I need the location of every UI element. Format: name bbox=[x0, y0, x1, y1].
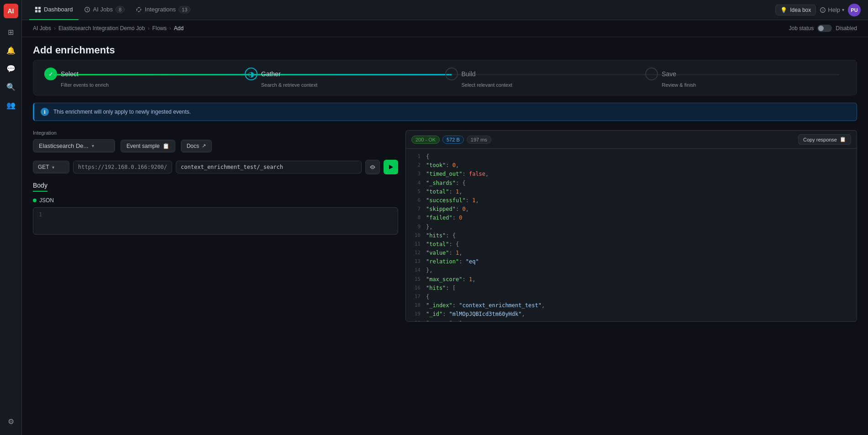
integration-row: Elasticsearch De... ▾ Event sample 📋 Doc… bbox=[33, 139, 398, 152]
response-line: 16 "hits": [ bbox=[411, 284, 851, 293]
step-save-title: Save bbox=[662, 70, 676, 78]
body-editor[interactable]: 1 bbox=[33, 207, 398, 235]
step-select-icon: ✓ bbox=[44, 68, 57, 80]
response-line: 20 "_score": 1, bbox=[411, 319, 851, 321]
integration-select[interactable]: Elasticsearch De... ▾ bbox=[33, 139, 115, 152]
page-content: AI Jobs › Elasticsearch Integration Demo… bbox=[22, 20, 868, 435]
response-size-badge: 572 B bbox=[442, 136, 464, 144]
response-line: 5 "total": 1, bbox=[411, 188, 851, 196]
step-build-icon bbox=[445, 68, 458, 80]
response-line: 19 "_id": "mlMOpJQBIcd3tm60yHdk", bbox=[411, 310, 851, 319]
step-gather: ◑ Gather Search & retrieve context bbox=[245, 68, 445, 88]
body-title: Body bbox=[33, 182, 47, 192]
status-badges: 200 - OK 572 B 197 ms bbox=[411, 136, 491, 144]
run-button[interactable] bbox=[384, 160, 398, 174]
response-line: 17 { bbox=[411, 293, 851, 301]
nav-ai-jobs[interactable]: AI Jobs 8 bbox=[79, 0, 130, 20]
copy-response-button[interactable]: Copy response 📋 bbox=[798, 134, 851, 145]
chat-icon[interactable]: 💬 bbox=[3, 60, 19, 77]
response-line: 9 }, bbox=[411, 223, 851, 231]
search-icon[interactable]: 🔍 bbox=[3, 79, 19, 95]
response-line: 8 "failed": 0 bbox=[411, 214, 851, 222]
docs-button[interactable]: Docs ↗ bbox=[181, 140, 212, 152]
info-banner: ℹ This enrichment will only apply to new… bbox=[33, 103, 857, 121]
topnav-right: 💡 Idea box ? Help ▾ PU bbox=[775, 4, 861, 16]
response-time-badge: 197 ms bbox=[467, 136, 491, 144]
response-line: 3 "timed_out": false, bbox=[411, 170, 851, 178]
stepper-container: ✓ Select Filter events to enrich ◑ Gathe… bbox=[33, 60, 857, 95]
people-icon[interactable]: 👥 bbox=[3, 97, 19, 113]
nav-integrations[interactable]: Integrations 13 bbox=[130, 0, 196, 20]
integration-label: Integration bbox=[33, 130, 398, 136]
svg-text:?: ? bbox=[822, 8, 824, 12]
response-body: 1{2 "took": 0,3 "timed_out": false,4 "_s… bbox=[406, 149, 857, 321]
grid-icon[interactable]: ⊞ bbox=[3, 24, 19, 40]
settings-icon[interactable]: ⚙ bbox=[3, 413, 19, 430]
help-button[interactable]: ? Help ▾ bbox=[820, 6, 844, 13]
svg-rect-3 bbox=[38, 10, 41, 12]
idea-box-button[interactable]: 💡 Idea box bbox=[775, 5, 816, 16]
breadcrumb-bar: AI Jobs › Elasticsearch Integration Demo… bbox=[22, 20, 868, 37]
step-save-icon bbox=[645, 68, 658, 80]
response-header: 200 - OK 572 B 197 ms Copy response 📋 bbox=[406, 131, 857, 149]
breadcrumb-current: Add bbox=[174, 25, 184, 31]
svg-rect-2 bbox=[35, 10, 37, 12]
step-save: Save Review & finish bbox=[645, 68, 846, 88]
response-json: 1{2 "took": 0,3 "timed_out": false,4 "_s… bbox=[411, 152, 851, 321]
json-badge: JSON bbox=[33, 197, 398, 204]
page-title: Add enrichments bbox=[33, 44, 857, 56]
response-line: 12 "value": 1, bbox=[411, 249, 851, 257]
response-line: 6 "successful": 1, bbox=[411, 196, 851, 205]
svg-rect-1 bbox=[38, 6, 41, 9]
job-status-area: Job status Disabled bbox=[789, 25, 857, 32]
step-gather-title: Gather bbox=[261, 70, 281, 78]
bell-icon[interactable]: 🔔 bbox=[3, 42, 19, 58]
method-select[interactable]: GET ▾ bbox=[33, 161, 69, 173]
request-row: GET ▾ https://192.168.0.166:9200/ contex… bbox=[33, 160, 398, 174]
eye-button[interactable] bbox=[365, 160, 380, 174]
user-avatar[interactable]: PU bbox=[848, 4, 861, 16]
body-section: Body JSON 1 bbox=[33, 182, 398, 235]
response-line: 4 "_shards": { bbox=[411, 179, 851, 188]
step-select-title: Select bbox=[61, 70, 79, 78]
step-build: Build Select relevant context bbox=[445, 68, 646, 88]
left-panel: Integration Elasticsearch De... ▾ Event … bbox=[33, 130, 398, 322]
response-line: 7 "skipped": 0, bbox=[411, 205, 851, 214]
ai-jobs-badge: 8 bbox=[116, 6, 125, 13]
job-status-toggle[interactable] bbox=[817, 25, 832, 32]
svg-marker-8 bbox=[389, 165, 393, 169]
response-line: 10 "hits": { bbox=[411, 231, 851, 240]
breadcrumb: AI Jobs › Elasticsearch Integration Demo… bbox=[33, 25, 184, 31]
url-path-input[interactable]: context_enrichment_test/_search bbox=[176, 161, 362, 173]
event-sample-button[interactable]: Event sample 📋 bbox=[121, 140, 175, 152]
page-header: Add enrichments bbox=[22, 37, 868, 60]
step-build-title: Build bbox=[462, 70, 476, 78]
info-icon: ℹ bbox=[41, 108, 49, 116]
response-line: 15 "max_score": 1, bbox=[411, 275, 851, 284]
svg-point-7 bbox=[372, 167, 374, 168]
breadcrumb-flows[interactable]: Flows bbox=[152, 25, 166, 31]
response-line: 11 "total": { bbox=[411, 240, 851, 249]
sidebar: AI ⊞ 🔔 💬 🔍 👥 ⚙ bbox=[0, 0, 22, 435]
step-build-subtitle: Select relevant context bbox=[462, 82, 512, 88]
app-logo[interactable]: AI bbox=[4, 4, 18, 18]
step-gather-icon: ◑ bbox=[245, 68, 258, 80]
step-save-subtitle: Review & finish bbox=[662, 82, 696, 88]
svg-rect-0 bbox=[35, 6, 37, 9]
integration-select-arrow: ▾ bbox=[92, 143, 94, 148]
integrations-badge: 13 bbox=[179, 6, 190, 13]
status-code-badge: 200 - OK bbox=[411, 136, 440, 144]
topnav: Dashboard AI Jobs 8 Integrations 13 💡 Id… bbox=[22, 0, 868, 20]
response-line: 18 "_index": "context_enrichment_test", bbox=[411, 301, 851, 310]
breadcrumb-job[interactable]: Elasticsearch Integration Demo Job bbox=[58, 25, 145, 31]
content-area: ℹ This enrichment will only apply to new… bbox=[22, 103, 868, 329]
stepper: ✓ Select Filter events to enrich ◑ Gathe… bbox=[44, 68, 846, 88]
response-line: 1{ bbox=[411, 152, 851, 161]
breadcrumb-ai-jobs[interactable]: AI Jobs bbox=[33, 25, 51, 31]
nav-dashboard[interactable]: Dashboard bbox=[29, 0, 79, 20]
step-gather-subtitle: Search & retrieve context bbox=[261, 82, 318, 88]
response-line: 2 "took": 0, bbox=[411, 161, 851, 170]
step-select-subtitle: Filter events to enrich bbox=[61, 82, 109, 88]
main-content: Dashboard AI Jobs 8 Integrations 13 💡 Id… bbox=[22, 0, 868, 435]
response-line: 13 "relation": "eq" bbox=[411, 257, 851, 266]
